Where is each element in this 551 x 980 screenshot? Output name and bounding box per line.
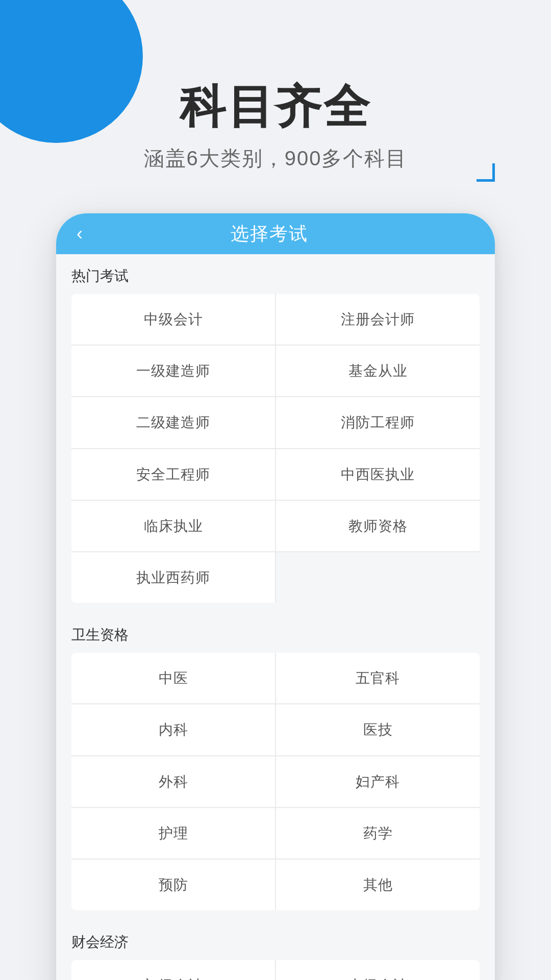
list-item[interactable]: 中级会计 <box>71 294 275 345</box>
list-item[interactable]: 预防 <box>71 860 275 910</box>
phone-wrapper: ‹ 选择考试 热门考试 中级会计 注册会计师 一级建造师 基金从业 二级建造师 … <box>56 213 495 980</box>
back-button[interactable]: ‹ <box>71 218 88 250</box>
list-item[interactable]: 药学 <box>276 808 480 859</box>
list-item[interactable]: 其他 <box>276 860 480 910</box>
list-item[interactable]: 二级建造师 <box>71 397 275 448</box>
list-item[interactable]: 医技 <box>276 704 480 755</box>
section-label-finance: 财会经济 <box>56 920 495 960</box>
list-item[interactable]: 临床执业 <box>71 501 275 551</box>
list-item[interactable]: 基金从业 <box>276 346 480 396</box>
list-item[interactable]: 内科 <box>71 704 275 755</box>
list-item[interactable]: 初级会计 <box>71 960 275 980</box>
finance-grid: 初级会计 中级会计 <box>71 960 480 980</box>
nav-title: 选择考试 <box>88 222 451 247</box>
list-item[interactable]: 护理 <box>71 808 275 859</box>
list-item[interactable]: 中医 <box>71 653 275 703</box>
header-section: 科目齐全 涵盖6大类别，900多个科目 <box>0 0 551 173</box>
content-area: 热门考试 中级会计 注册会计师 一级建造师 基金从业 二级建造师 消防工程师 安… <box>56 254 495 980</box>
list-item[interactable]: 中级会计 <box>276 960 480 980</box>
section-label-health: 卫生资格 <box>56 613 495 653</box>
list-item[interactable]: 一级建造师 <box>71 346 275 396</box>
main-title: 科目齐全 <box>0 82 551 132</box>
health-grid: 中医 五官科 内科 医技 外科 妇产科 护理 药学 预防 其他 <box>71 653 480 910</box>
sub-title: 涵盖6大类别，900多个科目 <box>0 144 551 173</box>
phone-mockup: ‹ 选择考试 热门考试 中级会计 注册会计师 一级建造师 基金从业 二级建造师 … <box>56 213 495 980</box>
list-item[interactable]: 教师资格 <box>276 501 480 551</box>
hot-exams-grid: 中级会计 注册会计师 一级建造师 基金从业 二级建造师 消防工程师 安全工程师 … <box>71 294 480 603</box>
list-item[interactable]: 安全工程师 <box>71 449 275 500</box>
list-item[interactable]: 中西医执业 <box>276 449 480 500</box>
list-item-empty <box>276 552 480 603</box>
list-item[interactable]: 妇产科 <box>276 756 480 807</box>
nav-bar: ‹ 选择考试 <box>56 213 495 254</box>
list-item[interactable]: 五官科 <box>276 653 480 703</box>
list-item[interactable]: 消防工程师 <box>276 397 480 448</box>
list-item[interactable]: 外科 <box>71 756 275 807</box>
list-item[interactable]: 执业西药师 <box>71 552 275 603</box>
list-item[interactable]: 注册会计师 <box>276 294 480 345</box>
section-label-hot: 热门考试 <box>56 254 495 294</box>
